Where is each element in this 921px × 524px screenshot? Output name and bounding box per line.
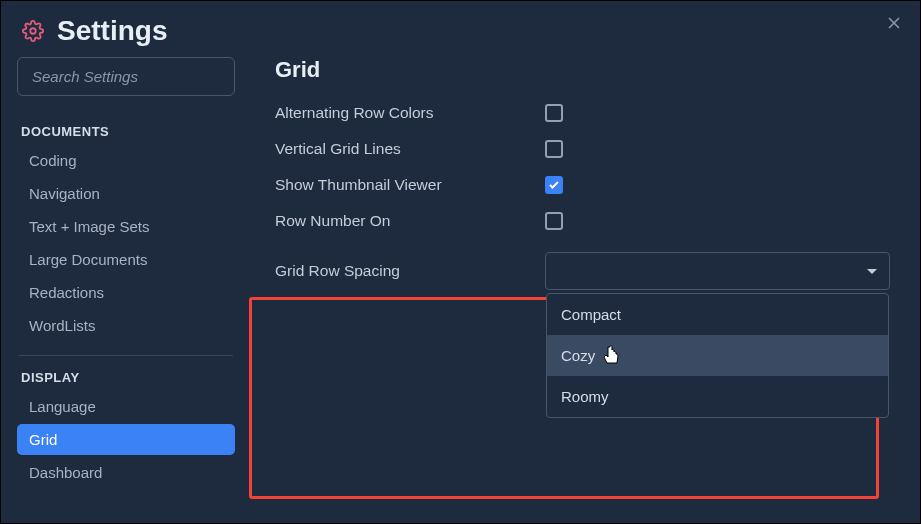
sidebar-item-redactions[interactable]: Redactions	[17, 277, 235, 308]
sidebar-item-text-image-sets[interactable]: Text + Image Sets	[17, 211, 235, 242]
close-icon[interactable]	[884, 13, 904, 33]
divider	[19, 355, 233, 356]
gear-icon	[21, 19, 45, 43]
sidebar-item-wordlists[interactable]: WordLists	[17, 310, 235, 341]
search-input[interactable]	[17, 57, 235, 96]
sidebar-item-large-documents[interactable]: Large Documents	[17, 244, 235, 275]
sidebar-item-language[interactable]: Language	[17, 391, 235, 422]
row-spacing-label: Grid Row Spacing	[275, 262, 545, 280]
sidebar-item-coding[interactable]: Coding	[17, 145, 235, 176]
sidebar-section-label: DISPLAY	[21, 370, 235, 385]
sidebar-item-navigation[interactable]: Navigation	[17, 178, 235, 209]
dropdown-option-roomy[interactable]: Roomy	[547, 376, 888, 417]
sidebar-section-label: DOCUMENTS	[21, 124, 235, 139]
chevron-down-icon	[867, 269, 877, 274]
sidebar-item-dashboard[interactable]: Dashboard	[17, 457, 235, 488]
setting-label: Row Number On	[275, 212, 545, 230]
grid-row-spacing-dropdown: CompactCozyRoomy	[546, 293, 889, 418]
grid-row-spacing-select[interactable]: CompactCozyRoomy	[545, 252, 890, 290]
dropdown-option-compact[interactable]: Compact	[547, 294, 888, 335]
setting-label: Alternating Row Colors	[275, 104, 545, 122]
sidebar: DOCUMENTSCodingNavigationText + Image Se…	[1, 57, 251, 519]
checkbox-vertical-grid-lines[interactable]	[545, 140, 563, 158]
checkbox-alternating-row-colors[interactable]	[545, 104, 563, 122]
checkbox-row-number-on[interactable]	[545, 212, 563, 230]
dropdown-option-cozy[interactable]: Cozy	[547, 335, 888, 376]
checkbox-show-thumbnail-viewer[interactable]	[545, 176, 563, 194]
page-title: Settings	[57, 15, 167, 47]
sidebar-item-grid[interactable]: Grid	[17, 424, 235, 455]
section-title: Grid	[275, 57, 904, 83]
setting-label: Vertical Grid Lines	[275, 140, 545, 158]
main-panel: Grid Alternating Row ColorsVertical Grid…	[251, 57, 920, 519]
cursor-pointer-icon	[602, 345, 622, 370]
setting-label: Show Thumbnail Viewer	[275, 176, 545, 194]
svg-point-0	[30, 28, 36, 34]
